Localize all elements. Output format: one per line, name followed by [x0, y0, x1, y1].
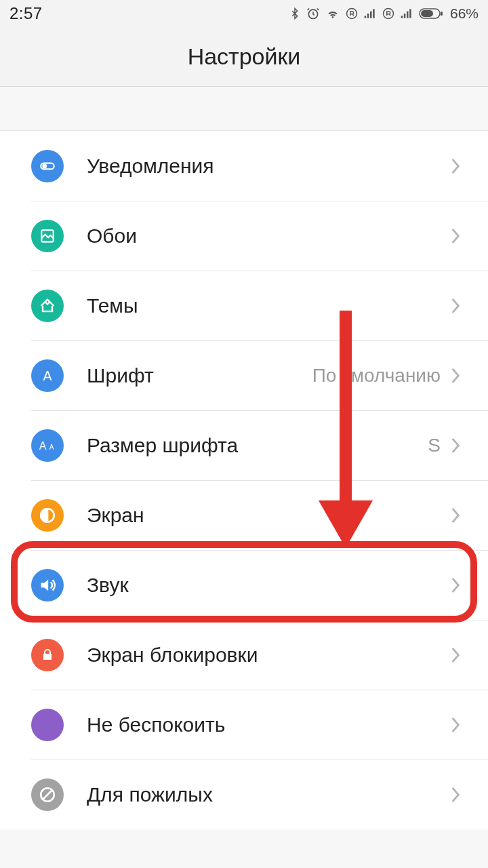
- svg-rect-10: [409, 9, 411, 18]
- row-label: Для пожилых: [87, 783, 450, 806]
- svg-rect-8: [404, 14, 406, 18]
- signal-icon-2: [400, 7, 413, 20]
- row-elderly[interactable]: Для пожилых: [0, 760, 488, 829]
- row-label: Экран: [87, 504, 450, 527]
- registered-icon: [346, 7, 358, 20]
- row-dnd[interactable]: Не беспокоить: [0, 690, 488, 760]
- status-time: 2:57: [9, 4, 43, 23]
- row-label: Обои: [87, 224, 450, 248]
- row-lockscreen[interactable]: Экран блокировки: [0, 620, 488, 690]
- row-notifications[interactable]: Уведомления: [0, 131, 488, 201]
- svg-text:A: A: [39, 440, 47, 452]
- svg-line-22: [42, 789, 52, 800]
- chevron-right-icon: [450, 646, 461, 664]
- row-label: Экран блокировки: [87, 644, 450, 667]
- battery-percent: 66%: [450, 5, 479, 22]
- row-label: Звук: [87, 574, 450, 597]
- svg-rect-13: [441, 12, 443, 16]
- status-icons: 66%: [289, 5, 479, 22]
- bluetooth-icon: [289, 7, 301, 20]
- row-label: Размер шрифта: [87, 434, 428, 457]
- row-label: Уведомления: [87, 155, 450, 178]
- row-label: Темы: [87, 294, 450, 317]
- svg-rect-9: [407, 12, 409, 18]
- content: Уведомления Обои Темы A Шрифт По умолчан…: [0, 87, 488, 868]
- svg-rect-5: [373, 9, 375, 18]
- chevron-right-icon: [450, 786, 461, 804]
- svg-rect-2: [365, 16, 367, 18]
- svg-text:A: A: [43, 368, 52, 382]
- signal-icon: [363, 7, 377, 20]
- settings-list: Уведомления Обои Темы A Шрифт По умолчан…: [0, 130, 488, 829]
- row-value: По умолчанию: [312, 365, 441, 387]
- chevron-right-icon: [450, 576, 461, 594]
- alarm-icon: [306, 7, 320, 20]
- svg-point-15: [43, 164, 46, 167]
- row-sound[interactable]: Звук: [0, 550, 488, 620]
- header: Настройки: [0, 27, 488, 87]
- row-display[interactable]: Экран: [0, 480, 488, 550]
- moon-icon: [31, 709, 64, 741]
- chevron-right-icon: [450, 227, 461, 245]
- status-bar: 2:57 66%: [0, 0, 488, 27]
- chevron-right-icon: [450, 297, 461, 315]
- chevron-right-icon: [450, 507, 461, 524]
- chevron-right-icon: [450, 716, 461, 734]
- page-title: Настройки: [188, 43, 301, 70]
- row-value: S: [428, 435, 441, 456]
- chevron-right-icon: [450, 437, 461, 454]
- sound-icon: [31, 569, 64, 601]
- svg-rect-3: [367, 14, 369, 18]
- row-label: Не беспокоить: [87, 713, 450, 736]
- battery-icon: [419, 7, 443, 20]
- themes-icon: [31, 290, 64, 322]
- row-themes[interactable]: Темы: [0, 271, 488, 340]
- wallpaper-icon: [31, 220, 64, 252]
- display-icon: [31, 499, 64, 532]
- lock-icon: [31, 639, 64, 671]
- fontsize-icon: AA: [31, 429, 64, 462]
- spacer: [0, 87, 488, 130]
- font-icon: A: [31, 359, 64, 392]
- svg-rect-7: [401, 16, 403, 18]
- row-fontsize[interactable]: AA Размер шрифта S: [0, 410, 488, 480]
- chevron-right-icon: [450, 367, 461, 384]
- row-font[interactable]: A Шрифт По умолчанию: [0, 340, 488, 410]
- svg-rect-12: [421, 10, 433, 17]
- notifications-icon: [31, 150, 64, 182]
- chevron-right-icon: [450, 157, 461, 175]
- registered-icon-2: [382, 7, 394, 20]
- svg-rect-4: [370, 12, 372, 18]
- elderly-icon: [31, 778, 64, 811]
- wifi-icon: [325, 7, 340, 20]
- row-label: Шрифт: [87, 364, 312, 387]
- svg-text:A: A: [49, 443, 54, 451]
- row-wallpaper[interactable]: Обои: [0, 201, 488, 271]
